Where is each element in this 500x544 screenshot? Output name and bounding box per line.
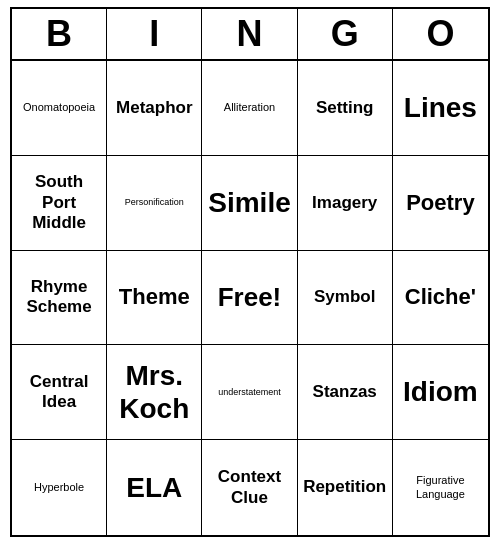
bingo-grid: OnomatopoeiaMetaphorAlliterationSettingL… <box>12 61 488 535</box>
bingo-cell: ELA <box>107 440 202 535</box>
header-letter: O <box>393 9 488 59</box>
header-letter: B <box>12 9 107 59</box>
header-letter: G <box>298 9 393 59</box>
bingo-cell: Theme <box>107 251 202 346</box>
bingo-cell: Imagery <box>298 156 393 251</box>
bingo-cell: Cliche' <box>393 251 488 346</box>
bingo-cell: Hyperbole <box>12 440 107 535</box>
bingo-cell: Rhyme Scheme <box>12 251 107 346</box>
bingo-cell: Repetition <box>298 440 393 535</box>
header-letter: N <box>202 9 297 59</box>
bingo-cell: Onomatopoeia <box>12 61 107 156</box>
bingo-cell: Lines <box>393 61 488 156</box>
bingo-cell: Personification <box>107 156 202 251</box>
bingo-cell: Alliteration <box>202 61 297 156</box>
bingo-cell: Setting <box>298 61 393 156</box>
bingo-cell: Idiom <box>393 345 488 440</box>
bingo-header: BINGO <box>12 9 488 61</box>
bingo-cell: South Port Middle <box>12 156 107 251</box>
bingo-cell: Figurative Language <box>393 440 488 535</box>
bingo-cell: understatement <box>202 345 297 440</box>
bingo-cell: Metaphor <box>107 61 202 156</box>
bingo-cell: Symbol <box>298 251 393 346</box>
bingo-cell: Free! <box>202 251 297 346</box>
bingo-cell: Central Idea <box>12 345 107 440</box>
header-letter: I <box>107 9 202 59</box>
bingo-cell: Context Clue <box>202 440 297 535</box>
bingo-cell: Mrs. Koch <box>107 345 202 440</box>
bingo-cell: Simile <box>202 156 297 251</box>
bingo-card: BINGO OnomatopoeiaMetaphorAlliterationSe… <box>10 7 490 537</box>
bingo-cell: Stanzas <box>298 345 393 440</box>
bingo-cell: Poetry <box>393 156 488 251</box>
